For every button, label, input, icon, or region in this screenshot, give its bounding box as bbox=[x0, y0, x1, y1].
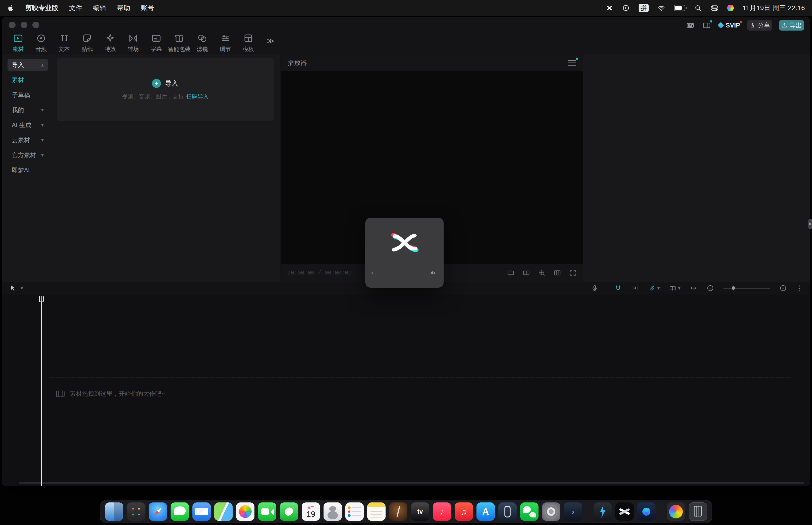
screen-record-indicator-icon[interactable] bbox=[622, 4, 630, 12]
tab-audio[interactable]: 音频 bbox=[30, 33, 52, 53]
timeline-scrollbar[interactable] bbox=[19, 482, 804, 484]
aspect-ratio-icon[interactable] bbox=[507, 269, 515, 276]
import-dropzone[interactable]: + 导入 视频、音频、图片，支持扫码导入 bbox=[57, 58, 274, 121]
spotlight-search-icon[interactable] bbox=[694, 4, 702, 12]
dock-calendar-icon[interactable]: 周三 19 bbox=[302, 502, 320, 521]
panel-layout-icon[interactable] bbox=[702, 21, 711, 30]
edge-hidden-widget-tab[interactable]: × bbox=[808, 219, 812, 229]
dock-notes-icon[interactable] bbox=[367, 502, 386, 521]
grid-overlay-icon[interactable] bbox=[554, 269, 561, 276]
fit-timeline-icon[interactable] bbox=[689, 284, 698, 292]
dock-divider[interactable] bbox=[588, 504, 588, 520]
dock-iphone-mirroring-icon[interactable] bbox=[498, 502, 517, 521]
dock-blue-app-icon[interactable] bbox=[637, 502, 656, 521]
dock-mail-icon[interactable] bbox=[193, 502, 211, 521]
preview-axis-icon[interactable] bbox=[669, 284, 677, 292]
tab-sticker[interactable]: 贴纸 bbox=[76, 33, 99, 53]
dock-downloads-icon[interactable] bbox=[667, 502, 685, 521]
close-window-button[interactable] bbox=[9, 21, 16, 28]
auto-snap-icon[interactable] bbox=[631, 284, 639, 292]
zoom-slider-handle[interactable] bbox=[732, 286, 735, 290]
dock-red-music-app-icon[interactable]: ♫ bbox=[455, 502, 473, 521]
dock-photos-icon[interactable] bbox=[236, 502, 255, 521]
tab-adjust[interactable]: 调节 bbox=[214, 33, 237, 53]
fullscreen-icon[interactable] bbox=[569, 269, 577, 276]
dock-garageband-icon[interactable] bbox=[389, 502, 408, 521]
playhead-handle[interactable] bbox=[39, 296, 44, 302]
sidebar-item-official-media[interactable]: 官方素材 ▾ bbox=[7, 149, 48, 161]
sidebar-item-import[interactable]: 导入 ▴ bbox=[7, 59, 48, 71]
battery-icon[interactable] bbox=[674, 5, 685, 11]
player-menu-icon[interactable] bbox=[568, 60, 576, 65]
sidebar-item-dreamina-ai[interactable]: 即梦AI bbox=[7, 164, 48, 176]
timeline-zoom-slider[interactable] bbox=[723, 288, 770, 289]
zoom-window-button[interactable] bbox=[32, 21, 39, 28]
input-source-indicator[interactable]: 拼 bbox=[639, 4, 649, 12]
sidebar-item-subdraft[interactable]: 子草稿 bbox=[7, 89, 48, 101]
dock-messages-icon[interactable] bbox=[171, 502, 189, 521]
linked-selection-chevron-icon[interactable]: ▾ bbox=[657, 285, 660, 291]
select-tool-chevron-icon[interactable]: ▾ bbox=[21, 285, 23, 291]
shortcut-keyboard-icon[interactable] bbox=[686, 21, 695, 30]
tab-transitions[interactable]: 转场 bbox=[122, 33, 145, 53]
split-view-icon[interactable] bbox=[523, 269, 530, 276]
import-button[interactable]: + 导入 bbox=[152, 79, 178, 88]
menu-account[interactable]: 账号 bbox=[141, 3, 154, 13]
tab-text[interactable]: 文本 bbox=[52, 33, 76, 53]
menu-help[interactable]: 帮助 bbox=[117, 3, 130, 13]
zoom-preview-icon[interactable] bbox=[538, 269, 546, 276]
zoom-in-icon[interactable] bbox=[779, 284, 787, 292]
tab-filters[interactable]: 滤镜 bbox=[191, 33, 214, 53]
colorful-status-app-icon[interactable] bbox=[727, 5, 734, 11]
sidebar-item-mine[interactable]: 我的 ▾ bbox=[7, 104, 48, 116]
sidebar-item-cloud-media[interactable]: 云素材 ▾ bbox=[7, 134, 48, 146]
dock-settings-icon[interactable] bbox=[542, 502, 561, 521]
preview-axis-chevron-icon[interactable]: ▾ bbox=[678, 285, 680, 291]
capcut-menubar-icon[interactable] bbox=[606, 4, 613, 12]
dock-trash-icon[interactable] bbox=[689, 502, 707, 521]
export-button[interactable]: 导出 bbox=[779, 20, 804, 31]
main-track-magnet-icon[interactable] bbox=[614, 284, 622, 292]
dock-utility-app-icon[interactable] bbox=[594, 502, 612, 521]
menu-file[interactable]: 文件 bbox=[69, 3, 82, 13]
control-center-icon[interactable] bbox=[711, 4, 718, 12]
panel-divider[interactable] bbox=[583, 55, 583, 282]
tab-captions[interactable]: 字幕 bbox=[145, 33, 168, 53]
dock-launchpad-icon[interactable] bbox=[127, 502, 145, 521]
tab-effects[interactable]: 特效 bbox=[99, 33, 122, 53]
minimize-window-button[interactable] bbox=[21, 21, 27, 28]
dock-contacts-icon[interactable] bbox=[323, 502, 342, 521]
tab-templates[interactable]: 模板 bbox=[237, 33, 260, 53]
dock-safari-icon[interactable] bbox=[149, 502, 167, 521]
dock-phone-icon[interactable] bbox=[280, 502, 298, 521]
record-voice-mic-icon[interactable] bbox=[591, 284, 599, 292]
apple-logo-icon[interactable] bbox=[7, 4, 15, 12]
dock-capcut-icon[interactable] bbox=[615, 502, 634, 521]
zoom-out-icon[interactable] bbox=[706, 284, 714, 292]
sidebar-item-ai-generate[interactable]: AI 生成 ▾ bbox=[7, 119, 48, 131]
share-button[interactable]: 分享 bbox=[747, 20, 772, 31]
dock-appletv-icon[interactable]: tv bbox=[411, 502, 429, 521]
wifi-icon[interactable] bbox=[658, 4, 665, 12]
dock-terminal-icon[interactable]: › bbox=[564, 502, 582, 521]
svip-badge[interactable]: SVIP bbox=[719, 22, 740, 29]
dock-appstore-icon[interactable]: A bbox=[476, 502, 495, 521]
dock-finder-icon[interactable] bbox=[105, 502, 123, 521]
menu-app-name[interactable]: 剪映专业版 bbox=[25, 3, 58, 13]
timeline-more-icon[interactable]: ⋮ bbox=[796, 284, 803, 292]
dock-facetime-icon[interactable] bbox=[258, 502, 276, 521]
sidebar-item-media[interactable]: 素材 bbox=[7, 74, 48, 86]
dock-reminders-icon[interactable] bbox=[346, 502, 364, 521]
dock-wechat-icon[interactable] bbox=[520, 502, 538, 521]
scan-import-link[interactable]: 扫码导入 bbox=[186, 93, 209, 100]
menu-edit[interactable]: 编辑 bbox=[93, 3, 106, 13]
dock-divider[interactable] bbox=[661, 504, 661, 520]
menu-bar-clock[interactable]: 11月19日 周三 22:16 bbox=[743, 3, 805, 13]
tabs-expand-icon[interactable]: ≫ bbox=[267, 37, 274, 45]
tab-media[interactable]: 素材 bbox=[6, 33, 30, 53]
linked-selection-icon[interactable] bbox=[648, 284, 656, 292]
speaker-icon[interactable] bbox=[429, 269, 436, 276]
tab-smart-pack[interactable]: 智能包装 bbox=[168, 33, 191, 53]
select-tool-icon[interactable] bbox=[9, 284, 17, 292]
dock-maps-icon[interactable] bbox=[214, 502, 233, 521]
